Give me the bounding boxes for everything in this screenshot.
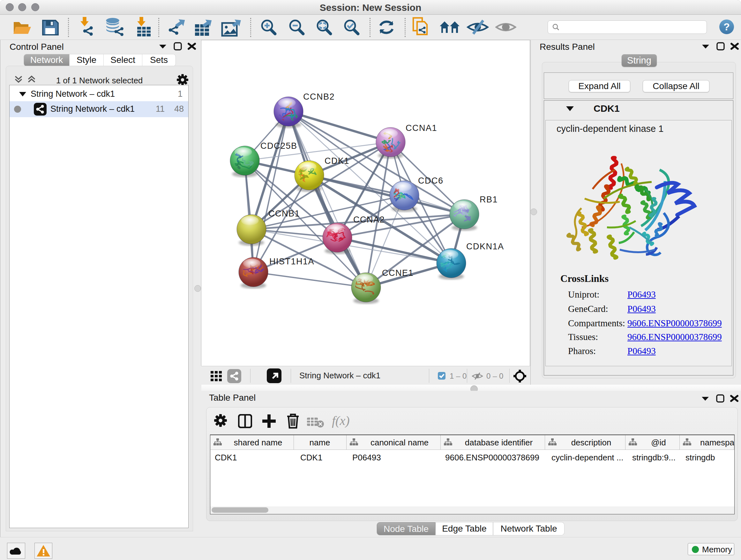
svg-text:CCNA1: CCNA1 (406, 123, 437, 133)
svg-text:CCNB1: CCNB1 (268, 209, 300, 219)
svg-text:CDK1: CDK1 (325, 156, 349, 166)
svg-text:HIST1H1A: HIST1H1A (269, 257, 314, 266)
svg-text:RB1: RB1 (480, 195, 498, 204)
svg-text:CDKN1A: CDKN1A (466, 242, 504, 251)
svg-text:CCNA2: CCNA2 (353, 215, 385, 225)
svg-text:CCNE1: CCNE1 (382, 268, 414, 278)
svg-text:CCNB2: CCNB2 (303, 92, 335, 102)
svg-text:CDC25B: CDC25B (260, 141, 297, 151)
svg-text:CDC6: CDC6 (418, 176, 444, 186)
